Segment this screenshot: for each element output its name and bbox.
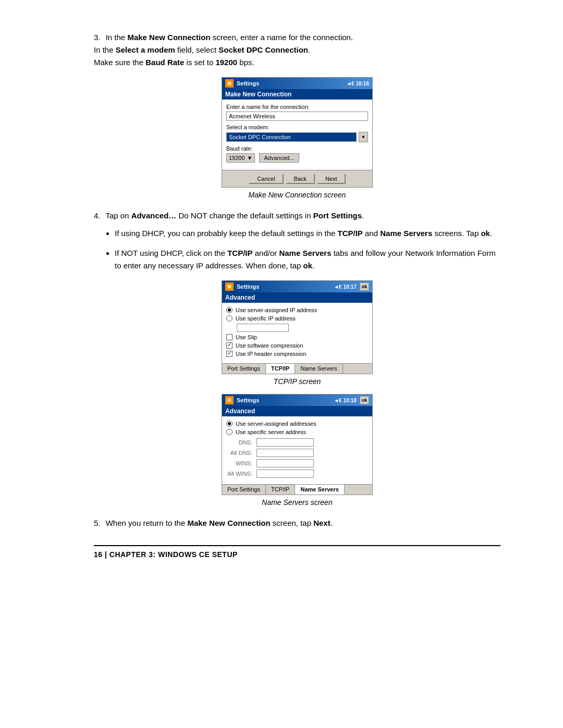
ns-windows-icon: ⊞ <box>225 396 234 404</box>
connection-input[interactable] <box>226 112 368 121</box>
radio-row-2: Use specific IP address <box>226 315 368 322</box>
step3-number: 3. <box>94 33 101 42</box>
ns-radio-server-addr[interactable] <box>226 421 232 427</box>
step5-bold1: Make New Connection <box>187 519 270 527</box>
step3-bold2: Select a modem <box>116 45 175 54</box>
alt-wins-row: Alt WINS: <box>226 470 368 478</box>
step-4: 4. Tap on Advanced… Do NOT change the de… <box>94 209 500 507</box>
alt-dns-row: Alt DNS: <box>226 449 368 457</box>
step5-number: 5. <box>94 519 101 527</box>
modem-select[interactable]: Socket DPC Connection <box>226 132 357 142</box>
dialog-footer: Cancel Back Next <box>222 170 372 187</box>
alt-wins-input[interactable] <box>256 470 314 478</box>
titlebar: ⊞ Settings ◄€ 10:16 <box>222 78 372 89</box>
ns-tab-name-servers[interactable]: Name Servers <box>295 485 344 495</box>
tcpip-screen-container: ⊞ Settings ◄€ 10:17 ok Advanced Use serv… <box>94 280 500 386</box>
ns-dialog-time: ◄€ 10:18 <box>334 398 357 403</box>
step-5: 5. When you return to the Make New Conne… <box>94 517 500 529</box>
modem-label: Select a modem: <box>226 124 368 130</box>
step4-text: 4. Tap on Advanced… Do NOT change the de… <box>94 209 500 222</box>
checkbox-ip-header[interactable] <box>226 351 232 357</box>
radio-server-ip[interactable] <box>226 307 232 313</box>
ns-radio2-label: Use specific server address <box>236 429 306 435</box>
titlebar-left: ⊞ Settings <box>225 79 259 88</box>
checkbox-slip-label: Use Slip <box>236 334 257 340</box>
ce-dialog-nameservers: ⊞ Settings ◄€ 10:18 ok Advanced Use serv… <box>222 394 373 495</box>
checkbox-ip-header-label: Use IP header compression <box>236 351 307 357</box>
ns-section: Advanced <box>222 406 372 416</box>
tcpip-titlebar: ⊞ Settings ◄€ 10:17 ok <box>222 281 372 292</box>
checkbox-slip[interactable] <box>226 334 232 340</box>
bullet1-nameservers: Name Servers <box>380 229 432 238</box>
footer-text: 16 | CHAPTER 3: WINDOWS CE SETUP <box>94 550 238 559</box>
tcpip-body: Use server-assigned IP address Use speci… <box>222 303 372 363</box>
baud-arrow: ▼ <box>247 155 253 161</box>
tab-tcpip[interactable]: TCP/IP <box>266 364 295 374</box>
step4-advanced-bold: Advanced… <box>131 211 177 220</box>
dialog-title: Settings <box>237 80 259 87</box>
ns-tab-port-settings[interactable]: Port Settings <box>222 485 266 495</box>
nameservers-screen-container: ⊞ Settings ◄€ 10:18 ok Advanced Use serv… <box>94 394 500 507</box>
checkbox-software-compression[interactable] <box>226 342 232 349</box>
step3-bold1: Make New Connection <box>127 33 210 42</box>
tcpip-titlebar-left: ⊞ Settings <box>225 282 259 291</box>
ns-ok-button[interactable]: ok <box>360 396 369 404</box>
step4-bullets: If using DHCP, you can probably keep the… <box>115 227 500 272</box>
ns-titlebar: ⊞ Settings ◄€ 10:18 ok <box>222 394 372 406</box>
ns-radio-row-2: Use specific server address <box>226 429 368 435</box>
bullet1-ok: ok <box>481 229 490 238</box>
alt-wins-label: Alt WINS: <box>226 471 252 477</box>
alt-dns-input[interactable] <box>256 449 314 457</box>
dns-input[interactable] <box>256 438 314 447</box>
dialog-section: Make New Connection <box>222 89 372 100</box>
radio-row-1: Use server-assigned IP address <box>226 307 368 313</box>
dns-label: DNS: <box>226 439 252 446</box>
baud-label: Baud rate: <box>226 145 368 152</box>
make-connection-caption: Make New Connection screen <box>249 191 346 199</box>
step3-text: 3. In the Make New Connection screen, en… <box>94 31 500 69</box>
ns-titlebar-left: ⊞ Settings <box>225 396 259 404</box>
wins-input[interactable] <box>256 459 314 467</box>
advanced-button[interactable]: Advanced... <box>259 153 299 163</box>
ns-radio1-label: Use server-assigned addresses <box>236 421 316 427</box>
ce-dialog-tcpip: ⊞ Settings ◄€ 10:17 ok Advanced Use serv… <box>222 280 373 374</box>
dns-row: DNS: <box>226 438 368 447</box>
ns-titlebar-right: ◄€ 10:18 ok <box>334 396 369 404</box>
dialog-time: ◄€ 10:16 <box>346 81 369 87</box>
modem-dropdown-arrow[interactable]: ▼ <box>359 132 368 142</box>
titlebar-right: ◄€ 10:16 <box>346 81 369 87</box>
back-button[interactable]: Back <box>286 174 315 184</box>
radio-specific-ip[interactable] <box>226 315 232 322</box>
baud-select[interactable]: 19200 ▼ <box>226 153 255 163</box>
step-3: 3. In the Make New Connection screen, en… <box>94 31 500 199</box>
step3-bold4: Baud Rate <box>145 58 184 67</box>
bullet2-tcpip: TCP/IP <box>227 249 252 257</box>
step3-bold5: 19200 <box>215 58 237 67</box>
connection-label: Enter a name for the connection: <box>226 104 368 110</box>
ce-dialog-make-connection: ⊞ Settings ◄€ 10:16 Make New Connection … <box>222 77 373 188</box>
tcpip-ok-button[interactable]: ok <box>360 282 369 291</box>
tcpip-caption: TCP/IP screen <box>274 377 321 386</box>
bullet1-tcpip: TCP/IP <box>338 229 363 238</box>
next-button[interactable]: Next <box>317 174 346 184</box>
ns-tab-bar: Port Settings TCP/IP Name Servers <box>222 484 372 495</box>
tcpip-windows-icon: ⊞ <box>225 282 234 291</box>
step4-number: 4. <box>94 211 101 220</box>
radio1-label: Use server-assigned IP address <box>236 307 317 313</box>
make-new-connection-screen: ⊞ Settings ◄€ 10:16 Make New Connection … <box>94 77 500 199</box>
tcpip-tab-bar: Port Settings TCP/IP Name Servers <box>222 363 372 374</box>
step3-bold3: Socket DPC Connection <box>218 45 308 54</box>
ip-address-input[interactable] <box>237 324 289 332</box>
cancel-button[interactable]: Cancel <box>249 174 283 184</box>
tab-port-settings[interactable]: Port Settings <box>222 364 266 374</box>
ns-radio-row-1: Use server-assigned addresses <box>226 421 368 427</box>
dialog-body: Enter a name for the connection: Select … <box>222 100 372 170</box>
checkbox-row-software: Use software compression <box>226 342 368 349</box>
tab-name-servers[interactable]: Name Servers <box>295 364 342 374</box>
ns-tab-tcpip[interactable]: TCP/IP <box>266 485 295 495</box>
checkbox-row-ip-header: Use IP header compression <box>226 351 368 357</box>
step5-bold2: Next <box>313 519 331 527</box>
alt-dns-label: Alt DNS: <box>226 450 252 456</box>
step5-text: 5. When you return to the Make New Conne… <box>94 517 500 529</box>
ns-radio-specific-addr[interactable] <box>226 429 232 435</box>
